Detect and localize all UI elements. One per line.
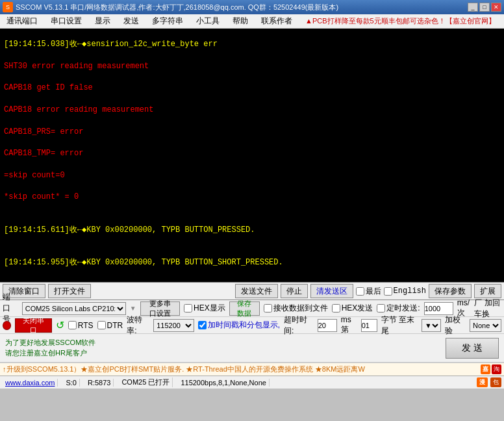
timed-send-checkbox[interactable] [377,304,385,313]
led-indicator [3,321,11,330]
manbaobao-logo2: 包 [490,377,501,387]
refresh-icon[interactable]: ↺ [56,319,64,331]
manbaobao-logo: 漫 [477,377,488,387]
checksum-select[interactable]: None [470,319,501,332]
hex-display-checkbox[interactable] [184,304,192,313]
rts-label[interactable]: RTS [68,321,94,330]
title-bar: S SSCOM V5.13.1 串口/网络数据调试器,作者:大虾丁丁,26180… [0,0,504,14]
settings-row1: 端口号 COM25 Silicon Labs CP210x ▼ 更多串口设置 H… [0,300,504,317]
menu-multi-string[interactable]: 多字符串 [148,14,187,28]
receive-to-file-checkbox[interactable] [264,304,272,313]
settings-row2: 关闭串口 ↺ RTS DTR 波特率: 115200 加时间戳和分包显示, 超时… [0,317,504,334]
last-checkbox-label[interactable]: 最后 [356,286,381,297]
logo-box: 嘉 [481,364,490,374]
hex-send-checkbox[interactable] [332,304,340,313]
byte-select[interactable]: ▼ [422,319,441,332]
port-select[interactable]: COM25 Silicon Labs CP210x [22,302,126,315]
menu-tools[interactable]: 小工具 [192,14,223,28]
terminal-line: SHT30 error reading measurement [4,61,500,72]
website-link[interactable]: www.daxia.com [3,379,58,387]
maximize-button[interactable]: □ [479,3,490,12]
terminal-line: =skip count=0 [4,170,500,181]
timed-send-label[interactable]: 定时发送: [377,303,420,314]
terminal-line: CAPB18 error reading measurement [4,105,500,116]
save-data-button[interactable]: 保存数据 [229,301,260,316]
menu-contact[interactable]: 联系作者 [257,14,296,28]
clear-send-button[interactable]: 清发送区 [310,284,353,298]
dropdown-arrow-icon: ▼ [130,305,136,312]
terminal-line: [19:14:15.955]收←◆KBY 0x00200000, TYPB BU… [4,257,500,268]
stop-button[interactable]: 停止 [281,284,308,298]
overtime-value[interactable] [318,319,337,332]
terminal-line: [19:14:15.611]收←◆KBY 0x00200000, TYPB BU… [4,225,500,236]
settings-input[interactable] [361,319,377,332]
receive-to-file-label[interactable]: 接收数据到文件 [264,303,328,314]
dtr-checkbox[interactable] [97,321,106,329]
byte-label: 字节 至末尾 [381,314,418,337]
hex-send-label[interactable]: HEX发送 [332,303,373,314]
time-display-checkbox[interactable] [198,321,207,329]
menu-comm-port[interactable]: 通讯端口 [3,14,42,28]
baudrate-label: 波特率: [127,314,149,337]
dtr-label[interactable]: DTR [97,321,123,330]
timed-send-value[interactable] [424,302,453,315]
more-port-button[interactable]: 更多串口设置 [140,301,180,316]
menu-help[interactable]: 帮助 [229,14,252,28]
overtime-label: 超时时间: [284,314,314,337]
s-status: S:0 [63,379,80,387]
title-text: SSCOM V5.13.1 串口/网络数据调试器,作者:大虾丁丁,2618058… [16,3,338,12]
send-button[interactable]: 发 送 [446,338,499,359]
terminal-line: CAPB18_PRS= error [4,127,500,138]
menu-ad[interactable]: ▲PCB打样降至每款5元顺丰包邮可选杂色！【嘉立创官网】 [301,15,499,27]
logo-area: 漫 包 [477,377,501,387]
english-checkbox[interactable] [384,287,392,296]
overtime-unit: ms第 [341,315,357,335]
upgrade-bar: ↑升级到SSCOM5.13.1）★嘉立创PCB打样SMT贴片服务. ★RT-Th… [0,363,504,376]
close-port-button[interactable]: 关闭串口 [15,318,52,333]
upgrade-text: ↑升级到SSCOM5.13.1）★嘉立创PCB打样SMT贴片服务. ★RT-Th… [3,364,365,374]
terminal-line: CAPB18_TMP= error [4,148,500,159]
window-controls[interactable]: _ □ ✕ [468,3,501,12]
time-display-label[interactable]: 加时间戳和分包显示, [198,320,280,331]
expand-button[interactable]: 扩展 [474,284,501,298]
hex-display-label[interactable]: HEX显示 [184,303,225,314]
rts-checkbox[interactable] [68,321,77,329]
terminal-output: CAPB18_TMP= error=skip count= 0*skip cou… [0,29,504,282]
terminal-line: CAPB18 get ID false [4,83,500,94]
checksum-label: 加校验 [445,314,466,337]
menu-send[interactable]: 发送 [120,14,143,28]
send-area: 为了更好地发展SSCOM软件请您注册嘉立创HR尾客户 发 送 [0,334,504,363]
open-file-button[interactable]: 打开文件 [48,284,91,298]
terminal-line: *skip count* = 0 [4,192,500,203]
minimize-button[interactable]: _ [468,3,478,12]
last-checkbox[interactable] [356,287,364,296]
menu-serial-settings[interactable]: 串口设置 [47,14,86,28]
app-icon: S [3,2,13,12]
send-file-button[interactable]: 发送文件 [235,284,278,298]
settings-status: 115200bps,8,1,None,None [178,379,270,387]
terminal-line: [19:14:15.038]收←◆sensirion_i2c_write_byt… [4,39,500,50]
close-button[interactable]: ✕ [491,3,501,12]
baudrate-select[interactable]: 115200 [153,319,194,332]
add-enter-label: 厂 加回车换 [474,298,501,320]
r-status: R:5873 [85,379,114,387]
logo-box2: 淘 [492,364,501,374]
bottom-toolbar: 清除窗口 打开文件 发送文件 停止 清发送区 最后 English 保存参数 扩… [0,282,504,300]
english-checkbox-label[interactable]: English [384,287,426,296]
promote-text: 为了更好地发展SSCOM软件请您注册嘉立创HR尾客户 [5,338,440,358]
port-status: COM25 已打开 [119,377,173,387]
menu-bar: 通讯端口 串口设置 显示 发送 多字符串 小工具 帮助 联系作者 ▲PCB打样降… [0,14,504,29]
menu-display[interactable]: 显示 [91,14,114,28]
status-bar: www.daxia.com S:0 R:5873 COM25 已打开 11520… [0,376,504,389]
save-params-button[interactable]: 保存参数 [429,284,472,298]
